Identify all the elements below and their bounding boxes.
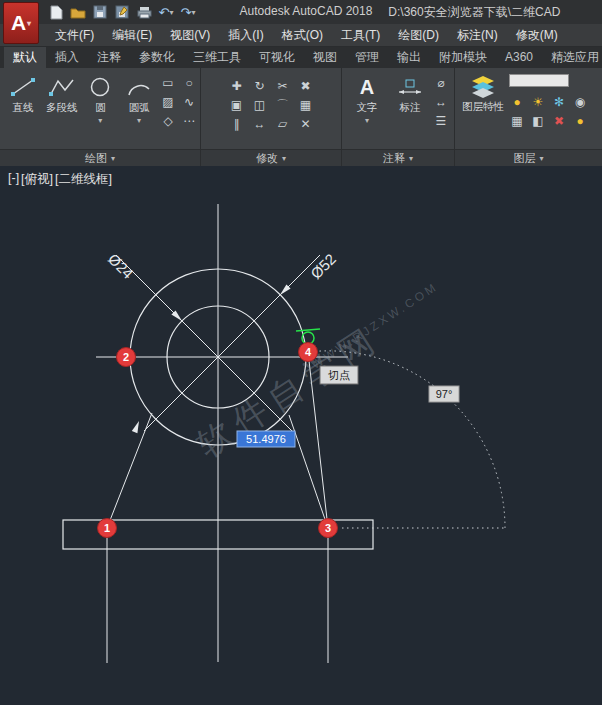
chevron-down-icon: ▾ [409, 154, 413, 163]
array-icon[interactable]: ▦ [298, 97, 314, 113]
tab-view[interactable]: 视图 [304, 47, 346, 68]
tab-3d-tools[interactable]: 三维工具 [184, 47, 250, 68]
polyline-tool-label: 多段线 [46, 101, 78, 115]
trim-icon[interactable]: ✂ [275, 78, 291, 94]
bulb-on-icon[interactable]: ● [509, 94, 525, 110]
line-tool-label: 直线 [12, 101, 33, 115]
mirror-icon[interactable]: ◫ [252, 97, 268, 113]
chevron-down-icon: ▾ [169, 8, 173, 17]
ribbon: 直线 多段线 圆 ▾ [0, 68, 602, 166]
step-marker-3: 3 [319, 519, 338, 538]
quick-access-toolbar: ↶ ▾ ↷ ▾ [46, 3, 198, 21]
open-file-button[interactable] [68, 3, 88, 21]
layer-match-icon[interactable]: ▦ [509, 113, 525, 129]
arc-tool-button[interactable]: 圆弧 ▾ [121, 72, 157, 125]
stretch-icon[interactable]: ↔ [252, 116, 268, 132]
diameter-dim-icon[interactable]: ⌀ [433, 75, 449, 91]
diameter-dim-outer[interactable]: Ø52 [307, 250, 339, 282]
tab-addins[interactable]: 附加模块 [430, 47, 496, 68]
tab-annotate[interactable]: 注释 [88, 47, 130, 68]
printer-icon [137, 6, 152, 19]
offset-icon[interactable]: ∥ [229, 116, 245, 132]
circle-tool-label: 圆 [95, 101, 106, 115]
chevron-down-icon: ▾ [137, 116, 141, 125]
title-bar: ↶ ▾ ↷ ▾ Autodesk AutoCAD 2018 D:\360安全浏览… [0, 0, 602, 24]
arc-tool-label: 圆弧 [129, 101, 150, 115]
viewport-visual-style-control[interactable]: [二维线框] [55, 171, 112, 188]
panel-label-draw[interactable]: 绘图 ▾ [0, 149, 200, 166]
dynamic-input-field[interactable]: 51.4976 [237, 431, 295, 447]
tab-a360[interactable]: A360 [496, 47, 542, 68]
spline-icon[interactable]: ∿ [181, 94, 197, 110]
plot-button[interactable] [134, 3, 154, 21]
fillet-icon[interactable]: ⌒ [275, 97, 291, 113]
tab-insert[interactable]: 插入 [46, 47, 88, 68]
undo-icon: ↶ [159, 6, 170, 19]
explode-icon[interactable]: ✕ [298, 116, 314, 132]
tab-output[interactable]: 输出 [388, 47, 430, 68]
move-icon[interactable]: ✚ [229, 78, 245, 94]
tab-featured-apps[interactable]: 精选应用 [542, 47, 602, 68]
lock-icon[interactable]: ◉ [572, 94, 588, 110]
app-logo-button[interactable]: A ▾ [3, 2, 39, 44]
menu-file[interactable]: 文件(F) [46, 24, 103, 46]
rectangle-icon[interactable]: ▭ [160, 75, 176, 91]
polyline-tool-button[interactable]: 多段线 [44, 72, 80, 115]
line-tool-button[interactable]: 直线 [5, 72, 41, 115]
viewport-view-control[interactable]: [俯视] [21, 171, 53, 188]
menu-view[interactable]: 视图(V) [161, 24, 219, 46]
menu-format[interactable]: 格式(O) [273, 24, 332, 46]
menu-dimension[interactable]: 标注(N) [448, 24, 507, 46]
left-tangent-line[interactable] [107, 413, 152, 528]
table-icon[interactable]: ☰ [433, 113, 449, 129]
text-tool-button[interactable]: A 文字 ▾ [347, 72, 387, 125]
freeze-icon[interactable]: ✻ [551, 94, 567, 110]
point-icon[interactable]: ⋯ [181, 113, 197, 129]
menu-edit[interactable]: 编辑(E) [103, 24, 161, 46]
linear-dim-icon[interactable]: ↔ [433, 94, 449, 110]
menu-insert[interactable]: 插入(I) [219, 24, 272, 46]
diameter-dim-inner[interactable]: Ø24 [105, 250, 137, 282]
layer-off-icon[interactable]: ✖ [551, 113, 567, 129]
app-logo-letter: A [11, 11, 26, 35]
tab-home[interactable]: 默认 [4, 47, 46, 68]
new-file-button[interactable] [46, 3, 66, 21]
scale-icon[interactable]: ▱ [275, 116, 291, 132]
panel-label-annotation[interactable]: 注释 ▾ [342, 149, 454, 166]
line-icon [10, 74, 36, 100]
save-as-icon [115, 5, 129, 19]
panel-modify: ✚ ↻ ✂ ✖ ▣ ◫ ⌒ ▦ ∥ ↔ ▱ ✕ 修改 ▾ [201, 68, 342, 166]
tab-manage[interactable]: 管理 [346, 47, 388, 68]
circle-tool-button[interactable]: 圆 ▾ [83, 72, 119, 125]
layer-iso-icon[interactable]: ◧ [530, 113, 546, 129]
sun-icon[interactable]: ☀ [530, 94, 546, 110]
panel-label-layers[interactable]: 图层 ▾ [455, 149, 602, 166]
tab-visualize[interactable]: 可视化 [250, 47, 304, 68]
drawing-canvas[interactable]: [-] [俯视] [二维线框] [0, 166, 602, 705]
save-as-button[interactable] [112, 3, 132, 21]
menu-modify[interactable]: 修改(M) [507, 24, 567, 46]
autocad-window: A ▾ [0, 0, 602, 705]
svg-text:51.4976: 51.4976 [246, 433, 286, 445]
app-title: Autodesk AutoCAD 2018 [240, 4, 373, 21]
layer-properties-button[interactable]: 图层特性 [460, 72, 506, 112]
rotate-icon[interactable]: ↻ [252, 78, 268, 94]
save-button[interactable] [90, 3, 110, 21]
chevron-down-icon: ▾ [98, 116, 102, 125]
panel-label-modify[interactable]: 修改 ▾ [201, 149, 341, 166]
bulb-icon[interactable]: ● [572, 113, 588, 129]
layer-selector-field[interactable] [509, 74, 569, 87]
viewport-menu-control[interactable]: [-] [8, 171, 19, 188]
tab-parametric[interactable]: 参数化 [130, 47, 184, 68]
dimension-tool-button[interactable]: 标注 [390, 72, 430, 115]
undo-button[interactable]: ↶ ▾ [156, 3, 176, 21]
menu-tools[interactable]: 工具(T) [332, 24, 389, 46]
hatch-icon[interactable]: ▨ [160, 94, 176, 110]
polygon-icon[interactable]: ◇ [160, 113, 176, 129]
ellipse-icon[interactable]: ○ [181, 75, 197, 91]
new-file-icon [50, 5, 63, 20]
redo-button[interactable]: ↷ ▾ [178, 3, 198, 21]
menu-draw[interactable]: 绘图(D) [389, 24, 448, 46]
copy-icon[interactable]: ▣ [229, 97, 245, 113]
erase-icon[interactable]: ✖ [298, 78, 314, 94]
